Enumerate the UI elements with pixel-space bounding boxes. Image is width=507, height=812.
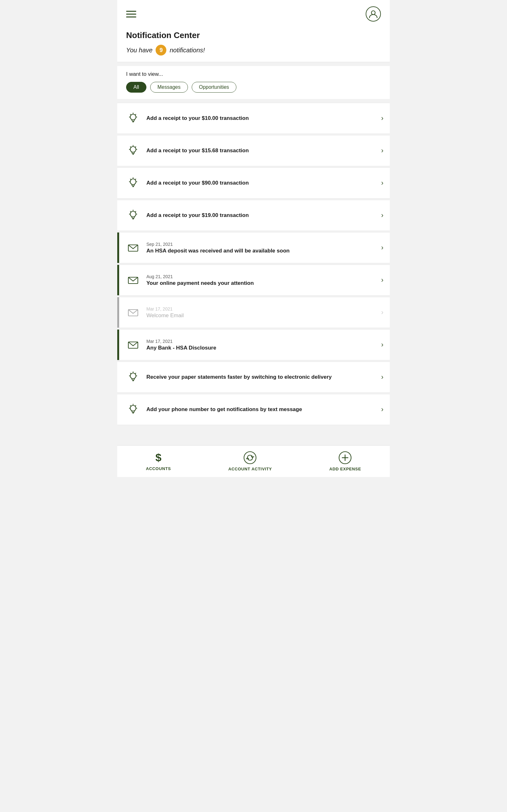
notif-date: Sep 21, 2021: [147, 242, 378, 247]
svg-point-9: [130, 147, 136, 152]
svg-point-45: [130, 405, 136, 411]
filter-pill-all[interactable]: All: [126, 82, 147, 93]
chevron-right-icon: ›: [381, 211, 383, 219]
notif-text: Add a receipt to your $90.00 transaction: [147, 180, 378, 186]
chevron-right-icon: ›: [381, 114, 383, 122]
notif-content: Mar 17, 2021 Welcome Email: [147, 306, 378, 319]
notification-item[interactable]: Receive your paper statements faster by …: [117, 362, 390, 393]
notif-text: Any Bank - HSA Disclosure: [147, 345, 378, 351]
svg-line-7: [130, 114, 130, 114]
header: [117, 0, 390, 27]
nav-add-expense[interactable]: ADD EXPENSE: [329, 451, 361, 471]
chevron-right-icon: ›: [381, 341, 383, 349]
chevron-right-icon: ›: [381, 405, 383, 414]
svg-point-25: [130, 211, 136, 217]
chevron-right-icon: ›: [381, 276, 383, 284]
notif-content: Mar 17, 2021 Any Bank - HSA Disclosure: [147, 339, 378, 351]
notification-count-badge: 9: [156, 45, 166, 55]
chevron-right-icon: ›: [381, 308, 383, 316]
svg-line-31: [130, 211, 130, 212]
notif-content: Add a receipt to your $15.68 transaction: [147, 148, 378, 154]
notifications-list: Add a receipt to your $10.00 transaction…: [117, 103, 390, 425]
notif-content: Sep 21, 2021 An HSA deposit was received…: [147, 242, 378, 254]
page-title-section: Notification Center You have 9 notificat…: [117, 27, 390, 62]
dollar-icon: $: [152, 451, 165, 464]
notification-item[interactable]: Mar 17, 2021 Any Bank - HSA Disclosure ›: [117, 329, 390, 360]
lightbulb-icon: [125, 369, 141, 386]
transfer-icon: [243, 451, 257, 465]
notif-text: Welcome Email: [147, 312, 378, 319]
hamburger-menu[interactable]: [126, 11, 136, 17]
notif-text: Add a receipt to your $19.00 transaction: [147, 212, 378, 218]
notif-text: Add a receipt to your $10.00 transaction: [147, 115, 378, 121]
lightbulb-icon: [125, 110, 141, 126]
lightbulb-icon: [125, 175, 141, 191]
page-title: Notification Center: [126, 31, 381, 40]
notif-content: Add your phone number to get notificatio…: [147, 406, 378, 413]
envelope-icon: [125, 240, 141, 256]
lightbulb-icon: [125, 401, 141, 418]
notif-text: Add a receipt to your $15.68 transaction: [147, 148, 378, 154]
notification-item[interactable]: Add a receipt to your $19.00 transaction…: [117, 200, 390, 231]
chevron-right-icon: ›: [381, 179, 383, 187]
notif-content: Receive your paper statements faster by …: [147, 374, 378, 380]
nav-account-activity[interactable]: ACCOUNT ACTIVITY: [228, 451, 272, 471]
notif-text: Your online payment needs your attention: [147, 280, 378, 287]
notification-item[interactable]: Add a receipt to your $90.00 transaction…: [117, 167, 390, 199]
notif-date: Mar 17, 2021: [147, 339, 378, 344]
svg-point-54: [244, 452, 256, 464]
nav-account-activity-label: ACCOUNT ACTIVITY: [228, 467, 272, 471]
notification-item[interactable]: Add a receipt to your $10.00 transaction…: [117, 103, 390, 134]
lightbulb-icon: [125, 207, 141, 223]
notif-text: Receive your paper statements faster by …: [147, 374, 378, 380]
svg-text:$: $: [155, 451, 161, 463]
notif-text: Add your phone number to get notificatio…: [147, 406, 378, 413]
filter-pill-messages[interactable]: Messages: [150, 82, 188, 93]
summary-suffix: notifications!: [170, 47, 205, 54]
notif-content: Add a receipt to your $19.00 transaction: [147, 212, 378, 218]
svg-line-51: [130, 405, 130, 406]
summary-prefix: You have: [126, 47, 153, 54]
svg-line-23: [130, 179, 130, 179]
filter-label: I want to view...: [126, 71, 381, 78]
envelope-icon: [125, 272, 141, 288]
bottom-nav: $ ACCOUNTS ACCOUNT ACTIVITY ADD EXPENSE: [117, 445, 390, 477]
nav-add-expense-label: ADD EXPENSE: [329, 467, 361, 471]
svg-line-15: [130, 147, 130, 147]
lightbulb-icon: [125, 142, 141, 159]
chevron-right-icon: ›: [381, 147, 383, 155]
filter-section: I want to view... All Messages Opportuni…: [117, 66, 390, 99]
envelope-icon: [125, 337, 141, 353]
svg-point-37: [130, 373, 136, 379]
notif-content: Add a receipt to your $10.00 transaction: [147, 115, 378, 121]
notification-item[interactable]: Mar 17, 2021 Welcome Email ›: [117, 297, 390, 328]
svg-point-1: [130, 114, 136, 120]
envelope-icon: [125, 304, 141, 321]
nav-accounts[interactable]: $ ACCOUNTS: [146, 451, 171, 471]
notif-content: Add a receipt to your $90.00 transaction: [147, 180, 378, 186]
chevron-right-icon: ›: [381, 373, 383, 381]
chevron-right-icon: ›: [381, 244, 383, 252]
notif-text: An HSA deposit was received and will be …: [147, 248, 378, 254]
filter-pills: All Messages Opportunities: [126, 82, 381, 93]
notification-item[interactable]: Sep 21, 2021 An HSA deposit was received…: [117, 232, 390, 263]
svg-point-17: [130, 179, 136, 185]
svg-line-43: [130, 373, 130, 373]
notification-item[interactable]: Aug 21, 2021 Your online payment needs y…: [117, 264, 390, 296]
nav-accounts-label: ACCOUNTS: [146, 466, 171, 471]
notification-summary: You have 9 notifications!: [126, 45, 381, 55]
filter-pill-opportunities[interactable]: Opportunities: [192, 82, 236, 93]
notification-item[interactable]: Add your phone number to get notificatio…: [117, 394, 390, 425]
add-circle-icon: [338, 451, 352, 465]
svg-point-0: [372, 11, 375, 14]
notif-date: Aug 21, 2021: [147, 274, 378, 279]
notif-date: Mar 17, 2021: [147, 306, 378, 311]
notif-content: Aug 21, 2021 Your online payment needs y…: [147, 274, 378, 287]
notification-item[interactable]: Add a receipt to your $15.68 transaction…: [117, 135, 390, 166]
profile-button[interactable]: [366, 6, 381, 21]
